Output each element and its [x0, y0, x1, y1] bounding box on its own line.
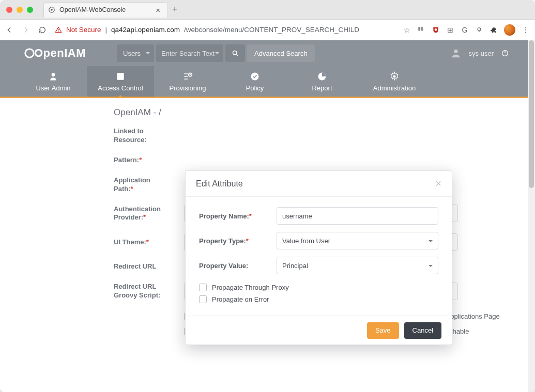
tab-close-icon[interactable]: × [156, 6, 160, 14]
property-type-select[interactable]: Value from User [277, 232, 438, 249]
svg-point-1 [51, 9, 53, 11]
nav-back-icon[interactable] [5, 26, 13, 34]
chevron-down-icon [429, 240, 433, 244]
row-property-value: Property Value: Principal [199, 257, 438, 274]
svg-rect-3 [58, 31, 58, 32]
label-property-type: Property Type:* [199, 237, 277, 245]
tab-title: OpenIAM-WebConsole [59, 6, 126, 13]
url-input[interactable]: Not Secure | qa42api.openiam.com/webcons… [55, 26, 396, 34]
edit-attribute-modal: Edit Attribute × Property Name:* usernam… [185, 170, 452, 345]
browser-tab[interactable]: OpenIAM-WebConsole × [43, 2, 168, 18]
browser-window: OpenIAM-WebConsole × + Not Secure | qa42… [0, 0, 535, 392]
cancel-button[interactable]: Cancel [404, 322, 441, 339]
traffic-lights [6, 7, 33, 13]
chk-label: Propagate Through Proxy [212, 284, 289, 291]
url-path: /webconsole/menu/CONTENT_PROV_SEARCH_CHI… [184, 26, 359, 34]
new-tab-button[interactable]: + [172, 4, 178, 15]
chk-label: Propagate on Error [212, 295, 269, 303]
svg-point-5 [478, 27, 481, 30]
nav-forward-icon[interactable] [22, 26, 30, 34]
modal-overlay: Edit Attribute × Property Name:* usernam… [0, 40, 535, 392]
label-property-name: Property Name:* [199, 212, 277, 220]
ublock-ext-icon[interactable] [432, 26, 440, 34]
chk-propagate-proxy[interactable]: Propagate Through Proxy [199, 284, 438, 291]
checkbox-icon [199, 284, 207, 291]
modal-title: Edit Attribute [196, 179, 243, 189]
row-property-name: Property Name:* username [199, 207, 438, 225]
chk-propagate-error[interactable]: Propagate on Error [199, 295, 438, 303]
bulb-ext-icon[interactable] [475, 26, 483, 34]
url-host: qa42api.openiam.com [111, 26, 180, 34]
star-icon[interactable]: ☆ [403, 26, 411, 34]
puzzle-ext-icon[interactable] [490, 26, 498, 34]
checkbox-icon [199, 295, 207, 303]
tab-favicon-icon [48, 6, 55, 13]
property-name-input[interactable]: username [277, 207, 438, 225]
grid-ext-icon[interactable]: ⊞ [446, 26, 454, 34]
dropbox-ext-icon[interactable] [417, 26, 425, 34]
window-close-button[interactable] [6, 7, 12, 13]
browser-extensions: ☆ ⊞ G ⋮ [403, 24, 530, 36]
svg-rect-2 [58, 29, 58, 30]
window-maximize-button[interactable] [27, 7, 33, 13]
modal-close-icon[interactable]: × [435, 178, 441, 190]
property-type-value: Value from User [282, 237, 330, 245]
save-label: Save [375, 326, 391, 334]
cancel-label: Cancel [412, 326, 433, 334]
modal-body: Property Name:* username Property Type:*… [186, 197, 452, 316]
property-value-value: Principal [282, 262, 308, 270]
security-status: Not Secure [66, 26, 101, 34]
g-ext-icon[interactable]: G [461, 26, 469, 34]
save-button[interactable]: Save [367, 322, 399, 339]
not-secure-icon [55, 26, 62, 34]
svg-point-4 [435, 28, 437, 31]
property-value-select[interactable]: Principal [277, 257, 438, 274]
window-minimize-button[interactable] [17, 7, 23, 13]
property-name-value: username [282, 212, 312, 220]
viewport: OpenIAM Users Enter Search Text Advanced… [0, 40, 535, 392]
address-bar: Not Secure | qa42api.openiam.com/webcons… [0, 20, 535, 40]
nav-reload-icon[interactable] [38, 26, 47, 34]
modal-header: Edit Attribute × [186, 171, 452, 197]
modal-footer: Save Cancel [186, 316, 452, 344]
label-property-value: Property Value: [199, 262, 277, 270]
chevron-down-icon [429, 265, 433, 269]
profile-avatar[interactable] [504, 24, 515, 36]
row-property-type: Property Type:* Value from User [199, 232, 438, 249]
menu-icon[interactable]: ⋮ [522, 26, 530, 34]
titlebar: OpenIAM-WebConsole × + [0, 0, 535, 20]
